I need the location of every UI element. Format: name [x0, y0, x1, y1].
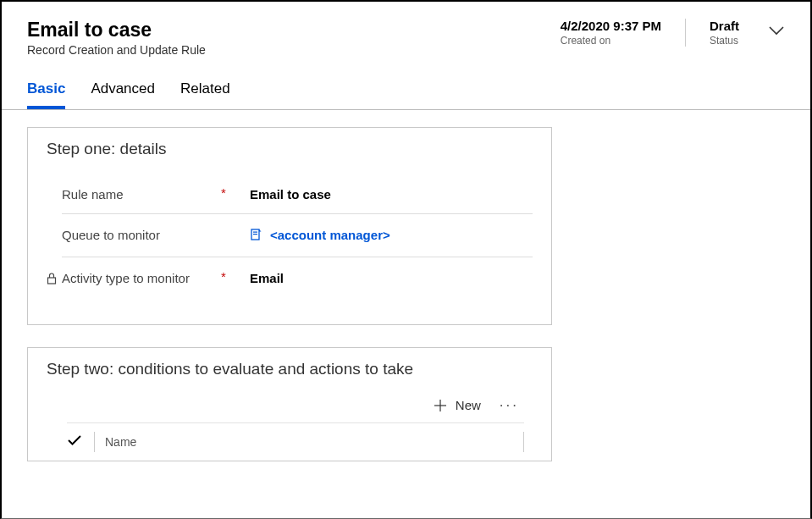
required-placeholder	[221, 226, 233, 240]
queue-value: <account manager>	[270, 228, 390, 242]
created-on-label: Created on	[561, 35, 661, 47]
plus-icon	[434, 399, 447, 412]
step-two-card: Step two: conditions to evaluate and act…	[27, 347, 552, 461]
svg-rect-2	[253, 234, 257, 235]
lock-icon	[47, 273, 57, 287]
tab-basic[interactable]: Basic	[27, 80, 65, 109]
content-scroll-area[interactable]: Step one: details Rule name * Email to c…	[2, 110, 810, 500]
new-button[interactable]: New	[427, 395, 488, 416]
more-actions-button[interactable]: ···	[494, 394, 524, 417]
step-one-card: Step one: details Rule name * Email to c…	[27, 127, 552, 325]
step-one-title: Step one: details	[47, 140, 533, 158]
activity-type-value[interactable]: Email	[233, 269, 284, 285]
queue-label: Queue to monitor	[62, 228, 160, 242]
more-icon: ···	[500, 397, 519, 413]
subgrid-toolbar: New ···	[47, 394, 524, 417]
rule-name-row: Rule name * Email to case	[62, 174, 533, 214]
created-on-value: 4/2/2020 9:37 PM	[561, 19, 661, 33]
queue-value-wrapper[interactable]: <account manager>	[233, 226, 390, 245]
status-value: Draft	[710, 19, 739, 33]
chevron-down-icon[interactable]	[768, 24, 785, 39]
svg-rect-3	[48, 278, 56, 284]
page-subtitle: Record Creation and Update Rule	[27, 43, 561, 57]
rule-name-label: Rule name	[62, 187, 124, 202]
svg-rect-1	[253, 231, 257, 232]
status-label: Status	[710, 35, 739, 47]
new-button-label: New	[456, 398, 481, 412]
page-title: Email to case	[27, 19, 561, 41]
activity-type-label: Activity type to monitor	[62, 271, 190, 285]
required-asterisk-icon: *	[221, 269, 233, 284]
grid-header: Name	[67, 422, 524, 452]
activity-type-row: Activity type to monitor * Email	[62, 257, 533, 299]
tab-advanced[interactable]: Advanced	[91, 80, 155, 109]
queue-row: Queue to monitor <account manager>	[62, 214, 533, 257]
rule-name-value[interactable]: Email to case	[233, 185, 331, 202]
step-two-title: Step two: conditions to evaluate and act…	[47, 360, 533, 378]
check-icon[interactable]	[67, 434, 82, 450]
tabs: Basic Advanced Related	[27, 80, 785, 109]
required-asterisk-icon: *	[221, 185, 233, 200]
tab-related[interactable]: Related	[180, 80, 230, 109]
record-header: Email to case Record Creation and Update…	[2, 2, 810, 110]
column-name[interactable]: Name	[94, 432, 524, 452]
queue-icon	[250, 229, 263, 242]
